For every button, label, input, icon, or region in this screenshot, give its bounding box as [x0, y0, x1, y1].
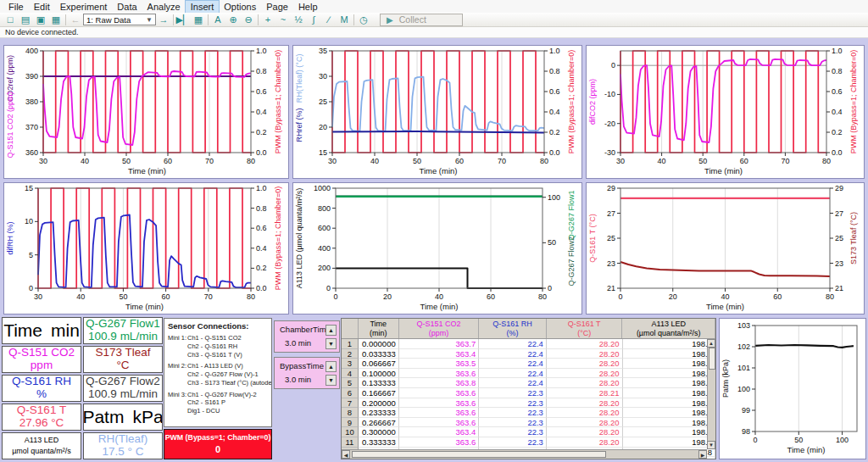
svg-text:0.2: 0.2: [549, 128, 560, 136]
svg-text:40: 40: [721, 292, 729, 301]
menu-insert[interactable]: Insert: [186, 1, 220, 13]
column-header[interactable]: A113 LED(µmol quanta/m²/s): [622, 319, 715, 338]
scroll-down-button[interactable]: ▼: [707, 441, 715, 449]
patm-graph-panel[interactable]: 050100Time (min)9899100101102103Patm (kP…: [719, 318, 866, 459]
toolbar-separator: [173, 14, 174, 25]
menu-analyze[interactable]: Analyze: [142, 1, 186, 13]
row-number: 7: [342, 398, 359, 409]
print-icon[interactable]: ▦: [48, 14, 64, 26]
menu-experiment[interactable]: Experiment: [55, 1, 113, 13]
rh-graph-panel[interactable]: 304050607080Time (min)15202530350.00.20.…: [292, 45, 582, 179]
horizontal-scroll-thumb[interactable]: [352, 451, 606, 458]
curve-fit-icon[interactable]: M: [337, 14, 352, 26]
autoscale-icon[interactable]: A: [210, 14, 225, 26]
prev-page-icon[interactable]: ←: [68, 14, 83, 26]
new-file-icon[interactable]: □: [3, 14, 18, 26]
data-table[interactable]: Time(min)Q-S151 CO2(ppm)Q-S161 RH(%)Q-S1…: [341, 318, 716, 459]
table-cell: 0.166667: [359, 388, 399, 398]
data-table-icon[interactable]: ▦: [191, 14, 206, 26]
column-header[interactable]: Q-S151 CO2(ppm): [399, 319, 480, 338]
svg-text:100: 100: [737, 385, 750, 393]
scroll-up-button[interactable]: ▲: [707, 339, 715, 348]
column-header[interactable]: Time(min): [359, 319, 399, 338]
zoom-in-icon[interactable]: ⊕: [225, 14, 241, 26]
svg-text:30: 30: [616, 157, 625, 165]
menu-page[interactable]: Page: [261, 1, 293, 13]
svg-text:60: 60: [164, 157, 172, 165]
next-page-icon[interactable]: →: [156, 14, 171, 26]
chamber-time-up-button[interactable]: ▲: [326, 325, 337, 336]
svg-text:60: 60: [162, 292, 170, 301]
scroll-left-button[interactable]: ◀: [342, 450, 350, 459]
menu-data[interactable]: Data: [112, 1, 142, 13]
meter-rh-tleaf: RH(Tleaf) 17.5 ° C: [83, 432, 163, 459]
table-cell: 363.6: [399, 369, 480, 379]
svg-text:20: 20: [383, 292, 392, 301]
svg-text:0.4: 0.4: [832, 108, 843, 116]
svg-text:Q-S151 CO2 (ppm): Q-S151 CO2 (ppm): [6, 92, 14, 159]
open-file-icon[interactable]: ▤: [18, 14, 33, 26]
menu-help[interactable]: Help: [293, 1, 323, 13]
meter-value: 100.9 mL/min: [88, 388, 158, 401]
sensor-line: Ch2 - Q-G267 Flow (V)-1: [187, 370, 272, 379]
sensor-group: Mini 1:Ch1 - Q-S151 CO2Ch2 - Q-S161 RHCh…: [168, 334, 270, 359]
chamber-time-down-button[interactable]: ▼: [326, 338, 337, 349]
svg-text:800: 800: [318, 204, 331, 213]
svg-text:0.6: 0.6: [256, 224, 267, 232]
new-page-icon[interactable]: ▶▏: [175, 14, 191, 26]
table-cell: 363.4: [399, 349, 480, 359]
difrh-graph-panel[interactable]: 304050607080Time (min)0510150.00.20.40.6…: [3, 182, 289, 314]
co2-graph: 304050607080Time (min)3603703803904000.0…: [4, 46, 288, 178]
co2-graph-panel[interactable]: 304050607080Time (min)3603703803904000.0…: [3, 45, 289, 179]
sensor-line: Ch2 - Q-S161 RH: [187, 342, 242, 351]
svg-text:Time (min): Time (min): [787, 445, 825, 454]
menu-edit[interactable]: Edit: [29, 1, 55, 13]
save-icon[interactable]: ▣: [33, 14, 48, 26]
menu-file[interactable]: File: [3, 1, 29, 13]
bypass-time-up-button[interactable]: ▲: [326, 361, 337, 372]
table-cell: 363.8: [399, 378, 480, 388]
integral-icon[interactable]: ∫: [306, 14, 321, 26]
svg-text:70: 70: [204, 292, 213, 301]
vertical-scroll-thumb[interactable]: [709, 348, 715, 370]
table-cell: 198.8: [623, 339, 716, 349]
half-icon[interactable]: ½: [291, 14, 306, 26]
collect-label: Collect: [399, 14, 426, 25]
row-number: 5: [342, 378, 359, 388]
tangent-icon[interactable]: ~: [275, 14, 291, 26]
row-number: 3: [342, 359, 359, 369]
column-header[interactable]: Q-S161 RH(%): [479, 319, 547, 338]
svg-text:15: 15: [25, 184, 33, 192]
zoom-out-icon[interactable]: ⊖: [241, 14, 256, 26]
svg-text:0.2: 0.2: [256, 128, 267, 136]
svg-text:0.8: 0.8: [549, 67, 560, 75]
column-header[interactable]: Q-S161 T(°C): [547, 319, 623, 338]
collect-button[interactable]: ▶ Collect: [380, 14, 463, 26]
page-selector-dropdown[interactable]: 1: Raw Data ▼: [83, 14, 156, 25]
led-flow-graph-panel[interactable]: 020406080Time (min)020040060080010000501…: [292, 182, 582, 314]
table-cell: 0.066667: [359, 359, 399, 369]
difco2-graph-panel[interactable]: 304050607080Time (min)-30-20-1000.00.20.…: [586, 45, 865, 179]
temperature-graph-panel[interactable]: 020406080Time (min)21232527292123252729Q…: [586, 182, 865, 314]
horizontal-scrollbar[interactable]: ◀ ▶: [342, 449, 707, 459]
svg-text:70: 70: [205, 157, 214, 165]
linear-fit-icon[interactable]: ∕: [321, 14, 337, 26]
bypass-time-down-button[interactable]: ▼: [326, 375, 337, 386]
sensor-connections-list: Mini 1:Ch1 - Q-S151 CO2Ch2 - Q-S161 RHCh…: [168, 334, 270, 415]
patm-graph: 050100Time (min)9899100101102103Patm (kP…: [720, 319, 865, 459]
table-cell: 22.3: [479, 437, 547, 448]
meter-label: Q-S161 T: [17, 404, 66, 417]
svg-text:40: 40: [658, 157, 666, 165]
menu-options[interactable]: Options: [219, 1, 261, 13]
data-collection-clock-icon[interactable]: ◷: [356, 14, 371, 26]
svg-text:390: 390: [25, 72, 38, 81]
vertical-scrollbar[interactable]: ▲ ▼: [707, 339, 715, 449]
svg-text:PWM (Bypass=1; Chamber=0): PWM (Bypass=1; Chamber=0): [274, 50, 282, 154]
svg-text:0.0: 0.0: [549, 148, 560, 157]
examine-icon[interactable]: +: [260, 14, 275, 26]
scroll-right-button[interactable]: ▶: [698, 450, 707, 459]
pwm-title: PWM (Bypass=1; Chamber=0): [164, 433, 271, 442]
meter-label: Q-G267 Flow1: [86, 318, 160, 331]
table-cell: 28.20: [547, 398, 623, 409]
row-number: 6: [342, 388, 359, 398]
